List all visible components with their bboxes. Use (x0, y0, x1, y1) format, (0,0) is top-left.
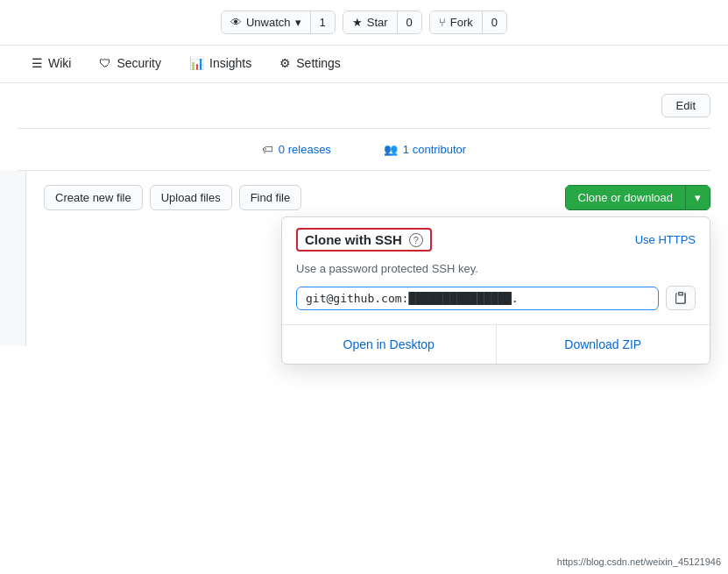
watermark: https://blog.csdn.net/weixin_45121946 (557, 556, 721, 567)
wiki-label: Wiki (48, 56, 71, 70)
insights-label: Insights (209, 56, 251, 70)
unwatch-label: Unwatch (246, 16, 291, 29)
clone-or-download-group: Clone or download ▾ (565, 185, 710, 210)
fork-count[interactable]: 0 (483, 11, 506, 33)
clone-dropdown-toggle[interactable]: ▾ (685, 185, 710, 210)
releases-count: 0 (279, 143, 285, 156)
edit-button[interactable]: Edit (661, 94, 710, 117)
clone-input-row (282, 286, 710, 324)
clone-url-input[interactable] (296, 287, 659, 310)
unwatch-group: 👁 Unwatch ▾ 1 (221, 11, 336, 34)
contributor-count: 1 (403, 143, 409, 156)
clone-title-box: Clone with SSH ? (296, 228, 432, 252)
stats-bar: 🏷 0 releases 👥 1 contributor (18, 128, 710, 171)
tab-insights[interactable]: 📊 Insights (175, 46, 265, 82)
create-new-file-button[interactable]: Create new file (44, 185, 143, 210)
fork-button[interactable]: ⑂ Fork (430, 11, 483, 33)
clone-dropdown-header: Clone with SSH ? Use HTTPS (282, 217, 710, 259)
wiki-icon: ☰ (32, 56, 43, 70)
find-file-button[interactable]: Find file (239, 185, 302, 210)
help-icon[interactable]: ? (409, 233, 423, 247)
unwatch-count[interactable]: 1 (311, 11, 335, 33)
clone-or-download-button[interactable]: Clone or download (565, 185, 685, 210)
copy-url-button[interactable] (666, 286, 696, 310)
settings-label: Settings (296, 56, 341, 70)
contributors-link[interactable]: 1 contributor (403, 143, 466, 156)
edit-bar: Edit (0, 83, 728, 128)
contributors-icon: 👥 (384, 143, 398, 156)
clone-dropdown-footer: Open in Desktop Download ZIP (282, 324, 710, 364)
clone-title-group: Clone with SSH ? (296, 228, 432, 252)
insights-icon: 📊 (189, 56, 204, 70)
clipboard-icon (674, 291, 688, 305)
upload-files-button[interactable]: Upload files (150, 185, 232, 210)
use-https-link[interactable]: Use HTTPS (635, 233, 696, 246)
eye-icon: 👁 (230, 16, 242, 29)
star-label: Star (367, 16, 388, 29)
security-label: Security (117, 56, 161, 70)
star-group: ★ Star 0 (343, 11, 422, 34)
unwatch-button[interactable]: 👁 Unwatch ▾ (222, 11, 311, 33)
contributor-label: contributor (413, 143, 466, 156)
star-icon: ★ (352, 16, 363, 29)
clone-title: Clone with SSH (305, 232, 402, 247)
open-in-desktop-link[interactable]: Open in Desktop (282, 325, 497, 364)
tab-wiki[interactable]: ☰ Wiki (18, 46, 85, 82)
tab-security[interactable]: 🛡 Security (85, 46, 175, 82)
security-icon: 🛡 (99, 56, 111, 70)
top-action-bar: 👁 Unwatch ▾ 1 ★ Star 0 ⑂ Fork 0 (0, 0, 728, 46)
releases-label: releases (288, 143, 331, 156)
sidebar (0, 171, 26, 346)
tab-settings[interactable]: ⚙ Settings (265, 46, 355, 82)
main-content: Create new file Upload files Find file C… (0, 171, 728, 346)
fork-icon: ⑂ (439, 16, 446, 29)
fork-label: Fork (450, 16, 473, 29)
clone-dropdown: Clone with SSH ? Use HTTPS Use a passwor… (281, 216, 710, 365)
fork-group: ⑂ Fork 0 (429, 11, 507, 34)
tag-icon: 🏷 (262, 143, 273, 156)
download-zip-link[interactable]: Download ZIP (497, 325, 710, 364)
star-count[interactable]: 0 (398, 11, 421, 33)
dropdown-icon: ▾ (295, 16, 301, 29)
star-button[interactable]: ★ Star (343, 11, 398, 33)
releases-stat: 🏷 0 releases (262, 143, 331, 156)
contributor-stat: 👥 1 contributor (384, 143, 466, 156)
releases-link[interactable]: 0 releases (279, 143, 331, 156)
gear-icon: ⚙ (279, 56, 291, 70)
clone-subtitle: Use a password protected SSH key. (282, 259, 710, 286)
content-area: Create new file Upload files Find file C… (26, 171, 728, 346)
nav-tabs: ☰ Wiki 🛡 Security 📊 Insights ⚙ Settings (0, 46, 728, 83)
